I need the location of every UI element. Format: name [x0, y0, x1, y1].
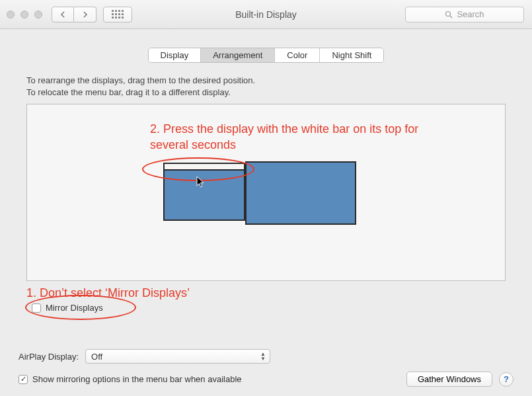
zoom-icon[interactable] — [34, 11, 42, 19]
show-all-button[interactable] — [103, 7, 132, 22]
svg-point-0 — [446, 11, 451, 16]
tab-color[interactable]: Color — [275, 48, 320, 62]
instruction-line-1: To rearrange the displays, drag them to … — [26, 75, 506, 87]
last-row: Show mirroring options in the menu bar w… — [19, 372, 513, 387]
search-input[interactable]: Search — [405, 7, 524, 22]
external-display[interactable] — [245, 161, 356, 225]
tab-night-shift[interactable]: Night Shift — [320, 48, 383, 62]
content-area: To rearrange the displays, drag them to … — [0, 63, 532, 319]
instructions: To rearrange the displays, drag them to … — [26, 75, 506, 99]
mirror-displays-checkbox[interactable] — [32, 303, 41, 313]
updown-icon: ▲▼ — [260, 352, 266, 361]
chevron-left-icon — [60, 11, 65, 18]
tab-set: Display Arrangement Color Night Shift — [148, 48, 385, 63]
titlebar: Built-in Display Search — [0, 0, 532, 29]
svg-line-1 — [450, 16, 452, 18]
search-icon — [445, 11, 453, 19]
tab-display[interactable]: Display — [149, 48, 202, 62]
instruction-line-2: To relocate the menu bar, drag it to a d… — [26, 87, 506, 99]
grid-icon — [112, 10, 124, 19]
search-placeholder: Search — [457, 9, 484, 19]
gather-windows-button[interactable]: Gather Windows — [406, 372, 492, 387]
airplay-select[interactable]: Off ▲▼ — [85, 349, 270, 364]
back-button[interactable] — [52, 7, 74, 22]
tab-row: Display Arrangement Color Night Shift — [0, 48, 532, 63]
chevron-right-icon — [83, 11, 88, 18]
help-button[interactable]: ? — [499, 372, 513, 387]
arrangement-canvas[interactable]: 2. Press the display with the white bar … — [26, 104, 506, 281]
forward-button[interactable] — [74, 7, 96, 22]
annotation-1: 1. Don’t select ‘Mirror Displays’ — [26, 286, 506, 300]
cursor-icon — [196, 176, 206, 190]
window-controls — [7, 11, 42, 19]
close-icon[interactable] — [7, 11, 15, 19]
show-mirroring-checkbox[interactable] — [19, 375, 28, 384]
airplay-value: Off — [91, 352, 102, 362]
help-icon: ? — [504, 374, 509, 384]
annotation-2: 2. Press the display with the white bar … — [150, 122, 454, 153]
bottom-panel: AirPlay Display: Off ▲▼ Show mirroring o… — [0, 349, 532, 387]
show-mirroring-label: Show mirroring options in the menu bar w… — [32, 374, 242, 384]
nav-buttons — [52, 7, 96, 22]
mirror-displays-label: Mirror Displays — [46, 303, 103, 313]
minimize-icon[interactable] — [20, 11, 28, 19]
tab-arrangement[interactable]: Arrangement — [201, 48, 275, 62]
airplay-label: AirPlay Display: — [19, 352, 79, 362]
mirror-displays-row: Mirror Displays — [32, 303, 506, 313]
airplay-row: AirPlay Display: Off ▲▼ — [19, 349, 513, 364]
